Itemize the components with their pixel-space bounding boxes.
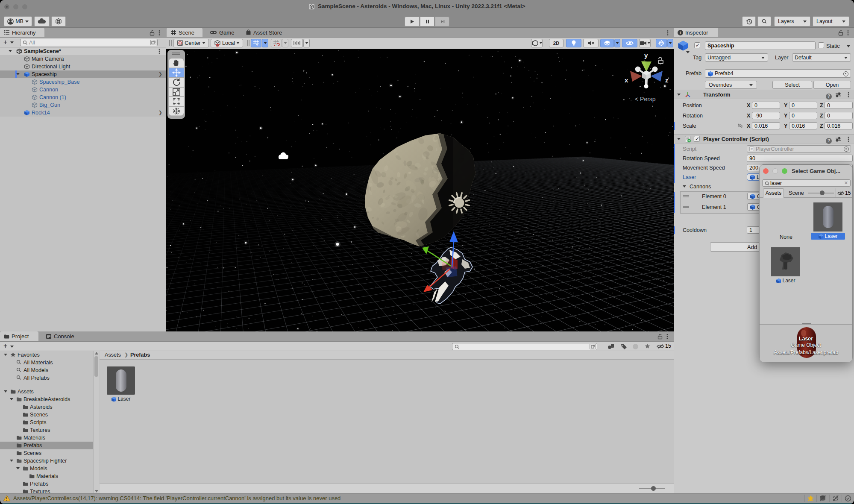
svg-text:y: y [644,52,648,59]
svg-text:z: z [665,76,669,84]
svg-text:< Persp: < Persp [635,96,656,103]
svg-text:Y: Y [256,43,258,47]
svg-text:x: x [625,76,628,84]
